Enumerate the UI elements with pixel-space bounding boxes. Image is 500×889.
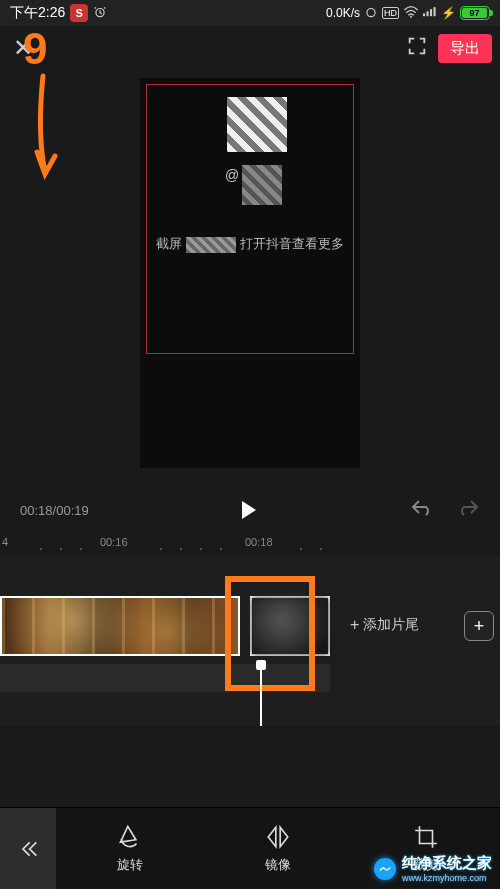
svg-rect-5 — [430, 9, 432, 16]
selection-box: @ 截屏打开抖音查看更多 — [146, 84, 354, 354]
mirror-icon — [265, 824, 291, 850]
watermark-url: www.kzmyhome.com — [402, 873, 492, 883]
total-time: 00:19 — [56, 503, 89, 518]
hint-redacted — [186, 237, 236, 253]
mirror-tool[interactable]: 镜像 — [265, 824, 291, 874]
ruler-mark-1: 00:16 — [100, 536, 128, 548]
fullscreen-icon[interactable] — [406, 35, 428, 61]
battery-pct: 97 — [462, 8, 487, 18]
avatar-placeholder — [227, 97, 287, 152]
close-button[interactable]: ✕ — [8, 34, 38, 62]
video-clip[interactable] — [0, 596, 240, 656]
rotate-label: 旋转 — [117, 856, 143, 874]
alarm-icon-2 — [364, 5, 378, 22]
rotate-tool[interactable]: 旋转 — [117, 824, 143, 874]
add-clip-button[interactable]: + — [464, 611, 494, 641]
alarm-icon — [93, 5, 107, 22]
username-placeholder — [242, 165, 282, 205]
current-time: 00:18 — [20, 503, 53, 518]
app-badge-icon: S — [70, 4, 88, 22]
watermark-logo-icon — [374, 858, 396, 880]
add-tail-label: 添加片尾 — [363, 616, 419, 634]
timeline[interactable]: + 添加片尾 + — [0, 556, 500, 726]
signal-icon — [423, 6, 437, 21]
plus-icon: + — [350, 616, 359, 634]
playback-controls: 00:18/00:19 — [0, 490, 500, 530]
video-preview[interactable]: @ 截屏打开抖音查看更多 — [0, 70, 500, 490]
crop-icon — [413, 824, 439, 850]
clock: 下午2:26 — [10, 4, 65, 22]
redo-button[interactable] — [456, 497, 480, 523]
timeline-ruler[interactable]: 4 00:16 00:18 — [0, 530, 500, 554]
editor-top-bar: ✕ 导出 — [0, 26, 500, 70]
at-symbol: @ — [225, 167, 239, 183]
preview-canvas: @ 截屏打开抖音查看更多 — [140, 78, 360, 468]
highlight-annotation — [225, 576, 315, 691]
export-button[interactable]: 导出 — [438, 34, 492, 63]
add-tail-button[interactable]: + 添加片尾 — [350, 616, 419, 634]
svg-rect-6 — [434, 7, 436, 16]
undo-button[interactable] — [410, 497, 434, 523]
back-button[interactable] — [0, 808, 56, 890]
status-right: 0.0K/s HD ⚡ 97 — [326, 5, 490, 22]
plus-label: + — [474, 616, 485, 637]
status-bar: 下午2:26 S 0.0K/s HD ⚡ 97 — [0, 0, 500, 26]
svg-point-1 — [367, 8, 375, 16]
time-display: 00:18/00:19 — [20, 503, 89, 518]
svg-rect-3 — [423, 13, 425, 16]
rotate-icon — [117, 824, 143, 850]
watermark-text: 纯净系统之家 — [402, 854, 492, 873]
hd-icon: HD — [382, 7, 399, 19]
preview-hint: 截屏打开抖音查看更多 — [147, 235, 353, 253]
watermark: 纯净系统之家 www.kzmyhome.com — [374, 854, 492, 883]
hint-prefix: 截屏 — [156, 236, 182, 251]
ruler-mark-0: 4 — [2, 536, 8, 548]
play-button[interactable] — [242, 501, 256, 519]
mirror-label: 镜像 — [265, 856, 291, 874]
playhead[interactable] — [260, 666, 262, 726]
svg-rect-4 — [427, 11, 429, 16]
svg-point-2 — [410, 15, 412, 17]
ruler-mark-2: 00:18 — [245, 536, 273, 548]
hint-suffix: 打开抖音查看更多 — [240, 236, 344, 251]
battery-icon: 97 — [460, 6, 490, 20]
status-left: 下午2:26 S — [10, 4, 107, 22]
net-speed: 0.0K/s — [326, 6, 360, 20]
wifi-icon — [403, 6, 419, 21]
charging-icon: ⚡ — [441, 6, 456, 20]
